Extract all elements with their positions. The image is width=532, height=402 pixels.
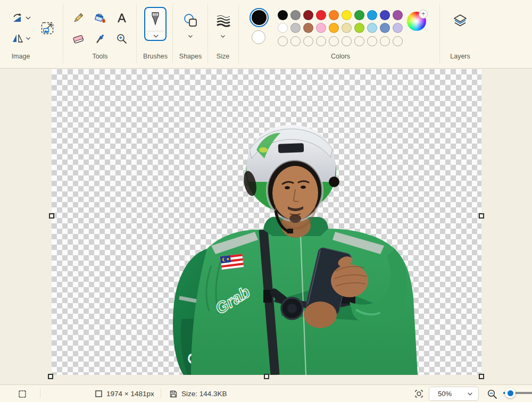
palette-swatch[interactable] — [342, 10, 352, 20]
palette-swatch[interactable] — [367, 10, 377, 20]
pencil-tool-button[interactable] — [70, 10, 87, 27]
add-color-icon: + — [419, 10, 428, 19]
fill-tool-button[interactable] — [92, 10, 109, 27]
palette-swatch[interactable] — [354, 10, 364, 20]
canvas[interactable]: Grab — [52, 69, 481, 375]
canvas-dimensions-status: 1974 × 1481px — [95, 385, 154, 402]
palette-swatch-empty[interactable] — [354, 36, 364, 46]
palette-swatch[interactable] — [290, 10, 301, 20]
chevron-down-icon — [26, 37, 31, 40]
shapes-icon — [182, 13, 198, 29]
workspace: Grab — [0, 69, 532, 384]
status-bar: 1974 × 1481px Size: 144.3KB 50% — [0, 384, 532, 402]
chevron-down-icon — [467, 392, 473, 396]
size-button[interactable] — [214, 13, 231, 29]
palette-swatch-empty[interactable] — [290, 36, 301, 46]
resize-image-icon — [40, 21, 54, 35]
size-dropdown[interactable] — [219, 33, 227, 39]
chevron-down-icon — [188, 35, 193, 38]
text-icon — [116, 12, 128, 24]
canvas-dimensions-text: 1974 × 1481px — [106, 390, 154, 398]
palette-swatch[interactable] — [342, 23, 352, 33]
chevron-down-icon — [25, 16, 31, 20]
flip-icon — [12, 32, 23, 44]
palette-swatch[interactable] — [393, 10, 403, 20]
selection-handle-bottom-center[interactable] — [264, 374, 269, 379]
selection-handle-bottom-right[interactable] — [479, 374, 484, 379]
palette-swatch[interactable] — [303, 23, 313, 33]
divider — [147, 31, 164, 31]
palette-swatch-empty[interactable] — [316, 36, 326, 46]
palette-swatch-empty[interactable] — [278, 36, 288, 46]
file-size-status: Size: 144.3KB — [169, 385, 227, 402]
palette-swatch[interactable] — [316, 10, 326, 20]
zoom-level-value: 50% — [438, 390, 467, 398]
resize-image-button[interactable] — [38, 19, 56, 37]
palette-swatch-empty[interactable] — [393, 36, 403, 46]
eyedropper-tool-button[interactable] — [92, 30, 109, 47]
palette-swatch-empty[interactable] — [380, 36, 390, 46]
separator — [40, 389, 40, 398]
palette-swatch[interactable] — [380, 23, 390, 33]
selection-handle-left[interactable] — [49, 213, 54, 219]
palette-swatch-empty[interactable] — [342, 36, 352, 46]
shapes-button[interactable] — [181, 12, 200, 30]
rotate-icon — [11, 12, 23, 24]
malaysia-flag-patch — [220, 254, 244, 270]
magnifier-tool-button[interactable] — [113, 30, 130, 47]
zoom-level-select[interactable]: 50% — [429, 387, 479, 401]
eyedropper-icon — [94, 33, 106, 45]
eraser-tool-button[interactable] — [70, 30, 87, 47]
palette-swatch[interactable] — [354, 23, 364, 33]
size-group-label: Size — [191, 53, 255, 60]
fit-to-screen-button[interactable] — [414, 385, 424, 402]
palette-swatch[interactable] — [393, 23, 403, 33]
save-icon — [169, 390, 178, 398]
palette-swatch-empty[interactable] — [303, 36, 313, 46]
palette-swatch-empty[interactable] — [367, 36, 377, 46]
palette-swatch-empty[interactable] — [329, 36, 339, 46]
text-tool-button[interactable] — [113, 10, 130, 27]
zoom-slider-thumb[interactable] — [505, 388, 516, 398]
eraser-icon — [72, 33, 84, 45]
size-icon — [215, 14, 230, 27]
selection-handle-right[interactable] — [479, 213, 484, 219]
file-size-text: Size: 144.3KB — [181, 390, 227, 398]
separator — [63, 4, 63, 63]
layers-icon — [452, 13, 468, 29]
layers-group-label: Layers — [428, 53, 492, 60]
magnifier-plus-icon — [116, 33, 128, 45]
layers-button[interactable] — [451, 12, 470, 31]
tools-group-label: Tools — [68, 53, 132, 60]
brush-icon — [150, 12, 161, 26]
palette-swatch[interactable] — [329, 10, 339, 20]
shapes-dropdown[interactable] — [187, 33, 194, 39]
palette-swatch[interactable] — [278, 10, 288, 20]
chevron-down-icon — [220, 35, 226, 38]
toolbar: Image — [0, 0, 532, 69]
selection-handle-bottom-left[interactable] — [48, 374, 53, 379]
palette-swatch[interactable] — [290, 23, 301, 33]
zoom-out-icon — [487, 389, 497, 399]
chevron-down-icon — [153, 34, 159, 38]
palette-swatch[interactable] — [278, 23, 288, 33]
dimensions-icon — [95, 390, 103, 398]
separator — [238, 4, 239, 63]
fit-to-screen-icon — [414, 389, 424, 399]
palette-swatch[interactable] — [329, 23, 339, 33]
palette-swatch[interactable] — [367, 23, 377, 33]
selection-tool-status-button[interactable] — [18, 385, 27, 402]
palette-swatch[interactable] — [380, 10, 390, 20]
zoom-out-button[interactable] — [487, 385, 497, 402]
colors-group-label: Colors — [309, 53, 372, 60]
foreground-color-swatch[interactable] — [252, 10, 267, 25]
photo-delivery-rider: Grab — [52, 69, 481, 375]
palette-swatch[interactable] — [316, 23, 326, 33]
image-group-label: Image — [0, 53, 53, 60]
separator — [161, 389, 161, 398]
rotate-button[interactable] — [10, 10, 33, 27]
flip-button[interactable] — [10, 30, 33, 47]
brushes-button[interactable] — [144, 7, 167, 41]
palette-swatch[interactable] — [303, 10, 313, 20]
background-color-swatch[interactable] — [252, 30, 265, 44]
